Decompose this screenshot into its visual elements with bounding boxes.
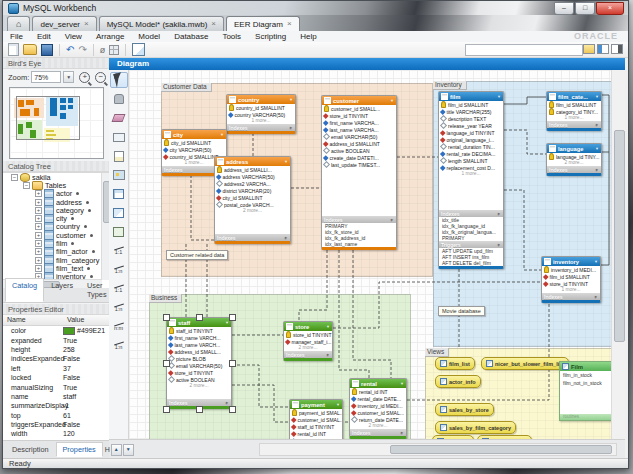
sidebar-tab[interactable]: Layers bbox=[44, 278, 80, 302]
toggle-left-panel-icon[interactable] bbox=[597, 44, 609, 54]
section-bar-indexes[interactable]: Indexes► bbox=[227, 124, 295, 131]
shortcut-icon[interactable] bbox=[583, 44, 595, 54]
minimize-button[interactable]: – bbox=[554, 2, 574, 15]
collapse-icon[interactable]: − bbox=[11, 174, 18, 181]
new-document-icon[interactable] bbox=[8, 43, 19, 56]
document-tab[interactable]: MySQL Model* (sakila.mwb) × bbox=[99, 16, 224, 31]
menu-item[interactable]: Arrange bbox=[89, 32, 131, 41]
no-align-icon[interactable]: ø bbox=[100, 45, 106, 55]
editor-tab[interactable]: Properties bbox=[56, 442, 103, 457]
menu-item[interactable]: Help bbox=[293, 32, 323, 41]
view-sales_by_film_category[interactable]: sales_by_film_category bbox=[435, 421, 516, 434]
selection-handle[interactable] bbox=[163, 360, 170, 367]
document-tab[interactable]: EER Diagram × bbox=[226, 16, 300, 31]
menu-item[interactable]: Database bbox=[167, 32, 215, 41]
collapse-arrow-icon[interactable]: ▼ bbox=[390, 98, 394, 103]
property-row[interactable]: namestaff bbox=[3, 392, 109, 401]
zoom-dropdown-icon[interactable]: ▼ bbox=[63, 71, 74, 83]
new-diagram-icon[interactable] bbox=[132, 43, 145, 56]
collapse-arrow-icon[interactable]: ▼ bbox=[220, 132, 224, 137]
pointer-tool[interactable] bbox=[110, 72, 128, 88]
toggle-right-panel-icon[interactable] bbox=[611, 44, 623, 54]
section-bar-indexes[interactable]: Indexes► bbox=[439, 210, 503, 217]
section-bar-indexes[interactable]: Indexes► bbox=[542, 293, 600, 300]
history-up-icon[interactable]: ▲ bbox=[111, 444, 122, 456]
editor-tab[interactable]: Description bbox=[5, 442, 56, 457]
diagram-title-bar[interactable]: Diagram bbox=[109, 58, 625, 70]
property-row[interactable]: color#499E21 bbox=[3, 326, 109, 335]
property-row[interactable]: left37 bbox=[3, 364, 109, 373]
table-header[interactable]: city▼ bbox=[162, 130, 226, 139]
table-customer[interactable]: customer▼customer_id SMALL...store_id TI… bbox=[321, 95, 397, 250]
table-payment[interactable]: payment▼payment_id SMAL...customer_id SM… bbox=[289, 399, 343, 440]
view-film_list[interactable]: film_list bbox=[435, 357, 475, 370]
layer-tool[interactable] bbox=[110, 129, 128, 145]
view-actor_info[interactable]: actor_info bbox=[435, 375, 481, 388]
expand-icon[interactable]: + bbox=[35, 190, 42, 197]
routine-group-Film[interactable]: Film▼film_in_stockfilm_not_in_stockrouti… bbox=[559, 361, 613, 421]
search-input[interactable] bbox=[465, 44, 583, 56]
collapse-arrow-icon[interactable]: ▼ bbox=[336, 402, 340, 407]
menu-item[interactable]: Tools bbox=[215, 32, 248, 41]
note-customer-related-data[interactable]: Customer related data bbox=[166, 250, 228, 260]
diagram-canvas[interactable]: Customer DataInventoryBusinessViewscount… bbox=[129, 70, 613, 440]
collapse-arrow-icon[interactable]: ▼ bbox=[326, 324, 330, 329]
section-bar-indexes[interactable]: Indexes► bbox=[167, 399, 231, 406]
property-row[interactable]: expandedTrue bbox=[3, 335, 109, 344]
collapse-arrow-icon[interactable]: ▼ bbox=[284, 159, 288, 164]
rel-nm-tool[interactable]: n:m bbox=[110, 319, 128, 335]
more-columns-label[interactable]: 2 more... bbox=[215, 208, 290, 214]
maximize-button[interactable]: □ bbox=[575, 2, 595, 15]
zoom-value[interactable]: 75% bbox=[31, 71, 61, 83]
property-row[interactable]: manualSizingTrue bbox=[3, 382, 109, 391]
undo-icon[interactable]: ↶ bbox=[66, 45, 74, 55]
document-tab[interactable]: dev_server × bbox=[32, 16, 96, 31]
collapse-arrow-icon[interactable]: ▼ bbox=[594, 259, 598, 264]
property-row[interactable]: top61 bbox=[3, 411, 109, 420]
menu-item[interactable]: Edit bbox=[30, 32, 58, 41]
note-movie-database[interactable]: Movie database bbox=[438, 306, 485, 316]
section-bar-indexes[interactable]: Indexes► bbox=[547, 166, 601, 173]
table-header[interactable]: inventory▼ bbox=[542, 257, 600, 266]
table-address[interactable]: address▼address_id SMALLI...address VARC… bbox=[214, 156, 291, 244]
note-tool[interactable] bbox=[110, 148, 128, 164]
view-tool[interactable] bbox=[110, 205, 128, 221]
more-columns-label[interactable]: 1 more... bbox=[439, 171, 503, 177]
table-header[interactable]: film_cate...▼ bbox=[547, 92, 601, 101]
collapse-arrow-icon[interactable]: ▼ bbox=[400, 381, 404, 386]
table-header[interactable]: film▼ bbox=[439, 92, 503, 101]
history-down-icon[interactable]: ▼ bbox=[123, 444, 134, 456]
section-bar-indexes[interactable]: Indexes► bbox=[322, 216, 396, 223]
rel-11-id-tool[interactable]: 1:1 bbox=[110, 281, 128, 297]
table-film[interactable]: film▼film_id SMALLINTtitle VARCHAR(255)d… bbox=[438, 91, 504, 269]
expand-icon[interactable]: + bbox=[35, 215, 42, 222]
section-bar-triggers[interactable]: Triggers► bbox=[439, 241, 503, 248]
property-row[interactable]: lockedFalse bbox=[3, 373, 109, 382]
table-header[interactable]: address▼ bbox=[215, 157, 290, 166]
selection-handle[interactable] bbox=[229, 406, 236, 413]
grid-icon[interactable] bbox=[109, 45, 119, 55]
table-header[interactable]: country▼ bbox=[227, 95, 295, 104]
birds-eye-minimap[interactable] bbox=[9, 87, 104, 159]
routine-group-tool[interactable] bbox=[110, 224, 128, 240]
table-store[interactable]: store▼store_id TINYINTmanager_staff_i...… bbox=[283, 321, 333, 361]
title-bar[interactable]: MySQL Workbench – □ × bbox=[3, 1, 628, 15]
view-nicer_but_slower_film_list[interactable]: nicer_but_slower_film_list bbox=[481, 357, 569, 370]
table-header[interactable]: language▼ bbox=[547, 144, 601, 153]
collapse-arrow-icon[interactable]: ▼ bbox=[497, 94, 501, 99]
canvas-vertical-scrollbar[interactable] bbox=[611, 70, 625, 440]
home-tab[interactable]: ⌂ bbox=[7, 16, 30, 31]
menu-item[interactable]: File bbox=[3, 32, 30, 41]
expand-icon[interactable]: + bbox=[35, 248, 42, 255]
collapse-arrow-icon[interactable]: ▼ bbox=[595, 94, 599, 99]
tree-vertical-scrollbar[interactable] bbox=[101, 173, 109, 280]
minimap-viewport[interactable] bbox=[16, 96, 80, 140]
routine-item[interactable]: film_in_stock bbox=[560, 371, 613, 379]
close-icon[interactable]: × bbox=[211, 20, 216, 28]
more-columns-label[interactable]: 2 more... bbox=[167, 383, 231, 389]
expand-icon[interactable]: + bbox=[35, 265, 42, 272]
pan-tool[interactable] bbox=[110, 91, 128, 107]
collapse-arrow-icon[interactable]: ▼ bbox=[595, 146, 599, 151]
menu-item[interactable]: Model bbox=[131, 32, 167, 41]
table-header[interactable]: rental▼ bbox=[350, 379, 406, 388]
